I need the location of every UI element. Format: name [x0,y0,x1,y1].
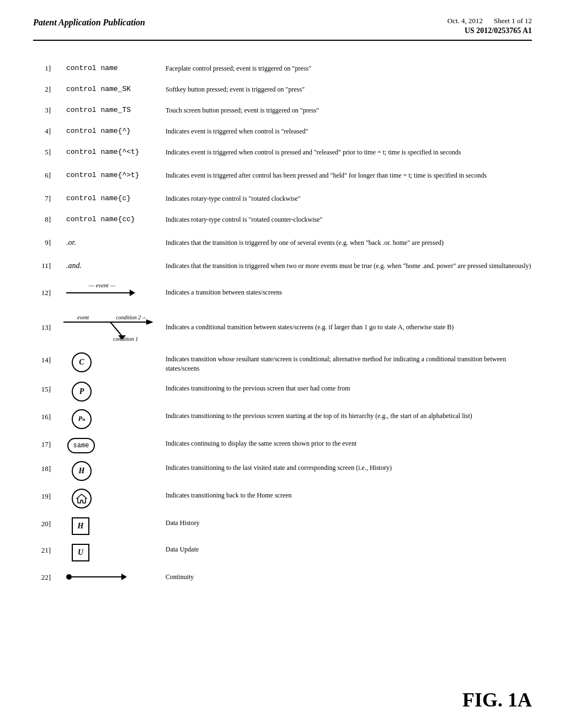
home-svg [76,493,88,505]
row-description: Indicates that the transition is trigger… [166,260,532,271]
list-item: 20] H Data History [33,516,532,535]
row-description: Data History [166,516,532,528]
row-number: 13] [33,322,55,332]
row-number: 2] [33,84,55,94]
row-description: Faceplate control pressed; event is trig… [166,63,532,73]
publication-title: Patent Application Publication [33,17,145,29]
row-symbol-square-h: H [55,516,166,535]
list-item: 4] control name{^} Indicates event is tr… [33,126,532,141]
list-item: 6] control name{^>t} Indicates event is … [33,170,532,185]
row-description: Indicates rotary-type control is "rotate… [166,193,532,204]
list-item: 21] U Data Update [33,543,532,561]
figure-label: FIG. 1A [462,688,532,711]
list-item: 1] control name Faceplate control presse… [33,63,532,78]
row-number: 9] [33,237,55,247]
arrow-event-label: — event — [89,282,115,288]
circle-c-icon: C [72,352,92,372]
svg-line-5 [110,322,121,335]
row-symbol: .or. [55,237,166,247]
list-item: 15] P Indicates transitioning to the pre… [33,382,532,402]
row-symbol: control name_SK [55,84,166,93]
row-description: Indicates event is triggered after contr… [166,170,532,180]
row-symbol-circle-h: H [55,461,166,481]
row-description: Indicates event is triggered when contro… [166,147,532,157]
list-item: 8] control name{cc} Indicates rotary-typ… [33,214,532,229]
row-symbol-circle-pn: Pn [55,409,166,429]
square-u-icon: U [72,544,89,561]
header-sheet: Sheet 1 of 12 [494,17,532,25]
row-description: Indicates continuing to display the same… [166,437,532,448]
row-description: Indicates that the transition is trigger… [166,237,532,248]
row-description: Indicates transitioning to the previous … [166,382,532,393]
list-item: 14] C Indicates transition whose resulta… [33,352,532,374]
circle-home-icon [72,489,92,508]
row-symbol-continuity [55,571,166,582]
svg-marker-3 [146,319,153,325]
row-symbol-circle-c: C [55,352,166,372]
list-item: 5] control name{^<t} Indicates event is … [33,147,532,162]
list-item: 7] control name{c} Indicates rotary-type… [33,193,532,208]
list-item: 19] Indicates transitioning back to the … [33,489,532,508]
row-description: Indicates transitioning to the previous … [166,409,532,421]
content: 1] control name Faceplate control presse… [33,63,532,585]
row-number: 19] [33,489,55,501]
row-symbol: control name{^<t} [55,147,166,156]
row-number: 3] [33,105,55,115]
header-patent: US 2012/0253765 A1 [465,26,532,35]
row-number: 12] [33,287,55,297]
row-description: Data Update [166,543,532,554]
row-number: 17] [33,437,55,449]
row-symbol-cond-arrow: event condition 2→ condition 1 [55,311,166,342]
row-number: 4] [33,126,55,136]
row-symbol: .and. [55,260,166,270]
row-symbol-square-u: U [55,543,166,561]
row-symbol-arrow: — event — [55,283,166,301]
row-symbol: control name_TS [55,105,166,114]
row-description: Indicates a conditional transition betwe… [166,322,532,332]
same-icon: same [67,438,95,453]
row-description: Indicates transitioning back to the Home… [166,489,532,500]
row-number: 15] [33,382,55,394]
row-description: Continuity [166,571,532,582]
row-number: 16] [33,409,55,421]
list-item: 16] Pn Indicates transitioning to the pr… [33,409,532,429]
header-right: Oct. 4, 2012 Sheet 1 of 12 US 2012/02537… [447,17,532,35]
row-number: 21] [33,543,55,555]
row-symbol: control name{^>t} [55,170,166,179]
list-item: 13] event condition 2→ [33,311,532,342]
circle-h-icon: H [72,461,92,481]
row-description: Touch screen button pressed; event is tr… [166,105,532,115]
row-description: Indicates rotary-type control is "rotate… [166,214,532,224]
list-item: 3] control name_TS Touch screen button p… [33,105,532,120]
row-description: Softkey button pressed; event is trigger… [166,84,532,94]
row-description: Indicates a transition between states/sc… [166,287,532,297]
row-number: 20] [33,516,55,528]
svg-marker-8 [77,494,87,503]
row-symbol: control name [55,63,166,72]
page-header: Patent Application Publication Oct. 4, 2… [33,17,532,41]
row-symbol: control name{^} [55,126,166,135]
page: Patent Application Publication Oct. 4, 2… [0,0,565,728]
row-number: 8] [33,214,55,224]
list-item: 17] same Indicates continuing to display… [33,437,532,453]
row-number: 14] [33,352,55,365]
header-date: Oct. 4, 2012 [447,17,483,25]
row-number: 22] [33,572,55,582]
row-description: Indicates transitioning to the last visi… [166,461,532,473]
svg-text:event: event [77,314,89,320]
row-number: 18] [33,461,55,473]
list-item: 12] — event — Indicates a transition bet… [33,283,532,301]
row-symbol-same: same [55,437,166,453]
row-number: 7] [33,193,55,203]
row-number: 6] [33,170,55,180]
svg-text:condition 1: condition 1 [113,336,138,342]
row-symbol: control name{cc} [55,214,166,223]
list-item: 22] Continuity [33,569,532,585]
conditional-arrow-svg: event condition 2→ condition 1 [61,312,160,342]
row-symbol: control name{c} [55,193,166,202]
row-symbol-circle-p: P [55,382,166,402]
row-description: Indicates event is triggered when contro… [166,126,532,136]
row-number: 5] [33,147,55,157]
square-h-icon: H [72,517,89,535]
circle-p-icon: P [72,382,92,402]
